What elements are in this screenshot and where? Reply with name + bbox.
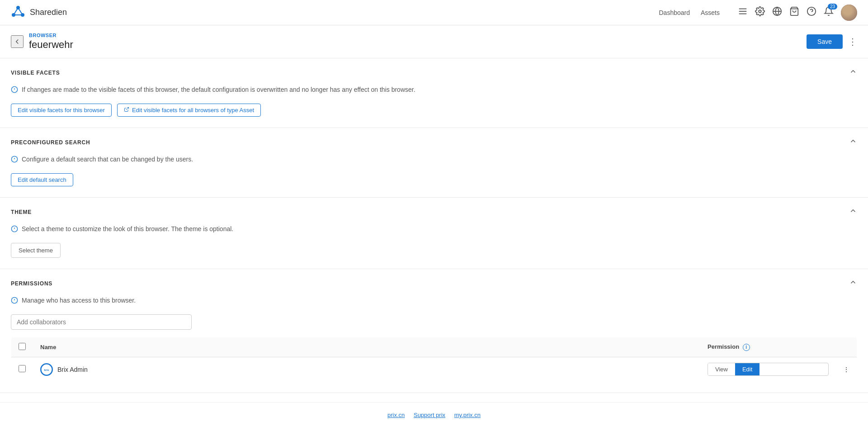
preconfigured-search-section: PRECONFIGURED SEARCH Configure a default…	[0, 128, 868, 198]
logo-icon	[11, 4, 25, 21]
permissions-section-header: PERMISSIONS	[0, 269, 868, 296]
theme-section: THEME Select a theme to customize the lo…	[0, 198, 868, 269]
menu-icon[interactable]	[738, 6, 748, 19]
globe-icon[interactable]	[772, 6, 782, 19]
visible-facets-info: If changes are made to the visible facet…	[11, 85, 857, 96]
user-info: brix Brix Admin	[40, 363, 693, 376]
select-theme-button[interactable]: Select theme	[11, 243, 61, 258]
edit-browser-facets-button[interactable]: Edit visible facets for this browser	[11, 104, 112, 117]
nav-dashboard[interactable]: Dashboard	[659, 9, 690, 16]
logo-area: Sharedien	[11, 4, 67, 21]
user-name: Brix Admin	[57, 366, 88, 373]
permissions-info: Manage who has access to this browser.	[11, 296, 857, 307]
permissions-body: Manage who has access to this browser. N…	[0, 296, 868, 393]
table-select-all-col	[11, 337, 33, 357]
theme-body: Select a theme to customize the look of …	[0, 224, 868, 269]
svg-line-18	[126, 108, 129, 110]
visible-facets-header: VISIBLE FACETS	[0, 58, 868, 85]
permissions-toggle[interactable]	[849, 278, 857, 289]
help-icon[interactable]	[807, 6, 816, 19]
notifications-icon[interactable]: 23	[824, 6, 834, 19]
notification-badge: 23	[828, 4, 837, 9]
settings-icon[interactable]	[755, 6, 765, 19]
row-checkbox[interactable]	[19, 365, 26, 372]
permission-view-button[interactable]: View	[708, 363, 735, 375]
theme-section-header: THEME	[0, 198, 868, 224]
breadcrumb-area: BROWSER feuerwehr	[29, 33, 73, 51]
table-permission-col: Permission i	[700, 337, 836, 357]
app-name: Sharedien	[30, 8, 67, 17]
svg-line-3	[14, 8, 18, 15]
row-name-cell: brix Brix Admin	[33, 357, 700, 382]
preconfigured-search-body: Configure a default search that can be c…	[0, 155, 868, 197]
preconfigured-search-toggle[interactable]	[849, 137, 857, 147]
save-button[interactable]: Save	[807, 34, 843, 49]
nav-assets[interactable]: Assets	[701, 9, 720, 16]
breadcrumb: BROWSER	[29, 33, 73, 38]
info-icon-3	[11, 225, 18, 236]
visible-facets-body: If changes are made to the visible facet…	[0, 85, 868, 128]
theme-info: Select a theme to customize the look of …	[11, 224, 857, 236]
table-name-col: Name	[33, 337, 700, 357]
svg-point-9	[759, 10, 761, 13]
footer-link-prixcn[interactable]: prix.cn	[387, 412, 405, 418]
visible-facets-toggle[interactable]	[849, 67, 857, 78]
permissions-table: Name Permission i	[11, 337, 857, 382]
more-options-icon[interactable]: ⋮	[848, 36, 857, 47]
edit-all-browsers-facets-button[interactable]: Edit visible facets for all browsers of …	[117, 104, 261, 117]
info-icon-2	[11, 155, 18, 166]
theme-toggle[interactable]	[849, 207, 857, 217]
permissions-section: PERMISSIONS Manage who has access to thi…	[0, 269, 868, 393]
permission-toggle: View Edit	[708, 363, 829, 376]
permission-info-icon[interactable]: i	[743, 344, 750, 351]
preconfigured-search-title: PRECONFIGURED SEARCH	[11, 139, 90, 146]
permissions-info-text: Manage who has access to this browser.	[22, 296, 136, 305]
nav-icons: 23	[738, 5, 857, 21]
back-button[interactable]	[11, 35, 24, 48]
basket-icon[interactable]	[789, 6, 799, 19]
page-title: feuerwehr	[29, 39, 73, 51]
nav-links: Dashboard Assets 23	[659, 5, 857, 21]
table-header-row: Name Permission i	[11, 337, 857, 357]
permissions-title: PERMISSIONS	[11, 280, 52, 287]
table-actions-col	[836, 337, 857, 357]
collaborators-input[interactable]	[11, 314, 192, 330]
preconfigured-search-info: Configure a default search that can be c…	[11, 155, 857, 166]
table-row: brix Brix Admin View Edit	[11, 357, 857, 382]
row-permission-cell: View Edit	[700, 357, 836, 382]
visible-facets-section: VISIBLE FACETS If changes are made to th…	[0, 58, 868, 128]
select-all-checkbox[interactable]	[19, 343, 26, 350]
footer: prix.cn Support prix my.prix.cn	[0, 402, 868, 422]
external-link-icon	[124, 107, 129, 114]
top-nav: Sharedien Dashboard Assets 23	[0, 0, 868, 25]
footer-link-support[interactable]: Support prix	[414, 412, 445, 418]
sub-header: BROWSER feuerwehr Save ⋮	[0, 25, 868, 58]
preconfigured-search-info-text: Configure a default search that can be c…	[22, 155, 193, 164]
search-input-wrap	[11, 314, 857, 330]
user-avatar[interactable]	[841, 5, 857, 21]
row-actions-cell: ⋮	[836, 357, 857, 382]
visible-facets-info-text: If changes are made to the visible facet…	[22, 85, 415, 95]
row-more-icon[interactable]: ⋮	[843, 366, 849, 373]
theme-info-text: Select a theme to customize the look of …	[22, 224, 233, 234]
footer-link-myprixcn[interactable]: my.prix.cn	[454, 412, 481, 418]
sub-header-actions: Save ⋮	[807, 34, 857, 49]
facet-buttons: Edit visible facets for this browser Edi…	[11, 104, 857, 117]
theme-title: THEME	[11, 209, 32, 215]
visible-facets-title: VISIBLE FACETS	[11, 70, 60, 76]
preconfigured-search-header: PRECONFIGURED SEARCH	[0, 128, 868, 155]
row-checkbox-cell	[11, 357, 33, 382]
svg-text:brix: brix	[44, 368, 49, 371]
svg-line-4	[18, 8, 23, 15]
info-icon	[11, 85, 18, 96]
user-logo: brix	[40, 363, 53, 376]
permission-edit-button[interactable]: Edit	[735, 363, 760, 375]
main-content: VISIBLE FACETS If changes are made to th…	[0, 58, 868, 393]
info-icon-4	[11, 296, 18, 307]
edit-default-search-button[interactable]: Edit default search	[11, 173, 73, 186]
